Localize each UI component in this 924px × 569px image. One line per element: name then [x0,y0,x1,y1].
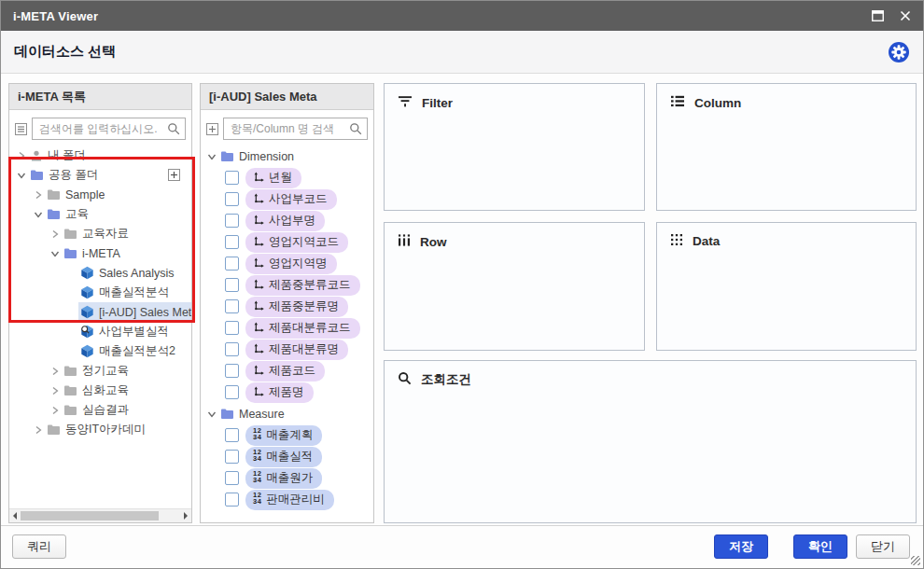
resize-grip[interactable] [911,556,920,565]
scrollbar-thumb[interactable] [21,511,159,520]
chevron-right-icon[interactable] [49,229,62,239]
dimension-field-pill[interactable]: 년월 [245,168,301,188]
tree-item[interactable]: 교육자료 [9,224,191,243]
filter-dropzone[interactable]: Filter [384,83,645,211]
tree-item[interactable]: [i-AUD] Sales Meta [9,302,191,322]
field-label: 제품중분류코드 [269,277,351,293]
gear-icon[interactable] [888,41,910,63]
dimension-field-pill[interactable]: 제품명 [245,382,314,403]
chevron-down-icon[interactable] [15,171,28,180]
field-checkbox[interactable] [225,278,239,292]
maximize-restore-icon[interactable] [872,10,884,21]
query-condition-dropzone[interactable]: 조회조건 [384,360,917,523]
scroll-right-arrow[interactable] [184,512,188,520]
tree-item-label: Sample [65,188,105,201]
field-checkbox[interactable] [225,192,239,206]
add-folder-icon[interactable] [168,169,180,181]
field-checkbox[interactable] [225,299,239,313]
field-checkbox[interactable] [225,257,239,271]
save-button[interactable]: 저장 [714,534,768,559]
tree-item[interactable]: 공용 폴더 [9,165,191,185]
dimension-field-pill[interactable]: 사업부명 [245,211,325,231]
field-checkbox[interactable] [225,385,239,399]
horizontal-scrollbar[interactable] [9,508,191,522]
tree-item[interactable]: i-META [9,243,191,263]
chevron-right-icon[interactable] [15,151,28,160]
search-icon[interactable] [349,122,362,135]
numbers-1234-icon: 1234 [253,450,261,463]
field-checkbox[interactable] [225,450,239,464]
row-dropzone[interactable]: Row [384,222,645,351]
measure-field-pill[interactable]: 1234판매관리비 [245,490,334,510]
tree-item[interactable]: 사업부별실적 [9,322,191,341]
dimension-field-row: 제품중분류코드 [201,274,373,296]
close-button[interactable]: 닫기 [856,534,910,559]
move-arrows-icon [253,215,264,226]
dimension-field-pill[interactable]: 제품코드 [245,361,325,382]
query-button[interactable]: 쿼리 [12,534,66,559]
dimension-field-row: 제품대분류코드 [201,317,373,339]
tree-item[interactable]: 심화교육 [9,381,191,400]
field-checkbox[interactable] [225,493,239,507]
chevron-right-icon[interactable] [49,406,62,415]
folder-open-icon [220,408,234,420]
field-checkbox[interactable] [225,171,239,185]
chevron-right-icon[interactable] [32,425,45,435]
meta-search-box [223,118,368,140]
field-group-measure[interactable]: Measure [201,403,373,424]
dimension-field-pill[interactable]: 제품중분류코드 [245,275,360,296]
move-arrows-icon [253,300,264,312]
field-checkbox[interactable] [225,235,239,249]
measure-field-pill[interactable]: 1234매출원가 [245,468,322,489]
tree-item[interactable]: 내 폴더 [9,146,191,165]
field-label: 년월 [269,170,292,186]
measure-field-pill[interactable]: 1234매출계획 [245,425,322,446]
chevron-down-icon[interactable] [205,152,218,161]
field-checkbox[interactable] [225,342,239,356]
chevron-right-icon[interactable] [32,190,45,200]
chevron-down-icon[interactable] [32,210,45,219]
meta-search-input[interactable] [229,121,349,136]
tree-item[interactable]: 매출실적분석2 [9,341,191,361]
close-icon[interactable] [900,10,911,21]
chevron-down-icon[interactable] [205,409,218,419]
tree-item[interactable]: 매출실적분석 [9,283,191,302]
collapse-all-icon[interactable] [15,123,27,135]
tree-item[interactable]: 실습결과 [9,400,191,420]
imeta-viewer-dialog: i-META Viewer 데이터소스 선택 [0,0,924,569]
field-label: 매출실적 [266,449,313,465]
dimension-field-pill[interactable]: 제품중분류명 [245,297,348,317]
tree-item-label: 정기교육 [82,363,129,379]
field-checkbox[interactable] [225,214,239,228]
tree-item[interactable]: Sample [9,185,191,204]
field-checkbox[interactable] [225,428,239,442]
tree-item[interactable]: 동양IT아카데미 [9,420,191,439]
ok-button[interactable]: 확인 [793,534,847,559]
dimension-field-pill[interactable]: 영업지역코드 [245,232,348,253]
dimension-field-pill[interactable]: 영업지역명 [245,254,337,274]
dimension-field-pill[interactable]: 사업부코드 [245,189,337,210]
left-search-input[interactable] [37,121,167,136]
tree-item[interactable]: Sales Analysis [9,263,191,283]
tree-item[interactable]: 정기교육 [9,361,191,381]
tree-item-label: 내 폴더 [48,147,86,163]
column-dropzone[interactable]: Column [656,83,917,211]
scroll-left-arrow[interactable] [13,512,17,520]
chevron-down-icon[interactable] [49,249,62,258]
field-checkbox[interactable] [225,471,239,485]
chevron-right-icon[interactable] [49,367,62,376]
dimension-field-pill[interactable]: 제품대분류명 [245,340,348,360]
chevron-right-icon[interactable] [49,386,62,396]
measure-field-pill[interactable]: 1234매출실적 [245,447,322,467]
field-tree: Dimension년월사업부코드사업부명영업지역코드영업지역명제품중분류코드제품… [201,146,373,510]
dimension-field-pill[interactable]: 제품대분류코드 [245,318,360,339]
tree-item-label: 실습결과 [82,402,129,418]
expand-all-icon[interactable] [206,123,218,135]
titlebar[interactable]: i-META Viewer [1,1,923,31]
search-icon[interactable] [167,122,180,135]
field-group-dimension[interactable]: Dimension [201,146,373,167]
field-checkbox[interactable] [225,364,239,378]
tree-item[interactable]: 교육 [9,204,191,224]
field-checkbox[interactable] [225,321,239,335]
data-dropzone[interactable]: Data [656,222,917,351]
